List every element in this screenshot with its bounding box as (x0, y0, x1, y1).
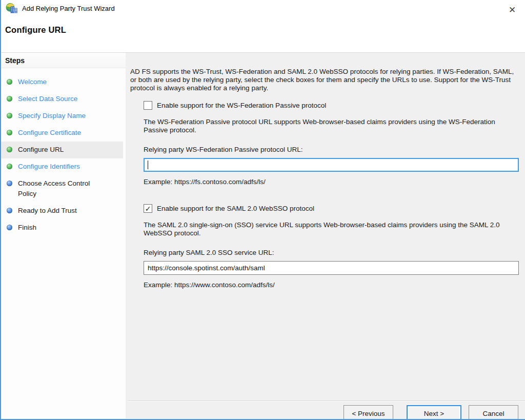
previous-button[interactable]: < Previous (344, 405, 393, 420)
step-done-icon (7, 130, 12, 135)
step-todo-icon (7, 208, 12, 213)
wsfed-url-label: Relying party WS-Federation Passive prot… (144, 146, 519, 153)
wsfed-example-text: Example: https://fs.contoso.com/adfs/ls/ (144, 178, 519, 186)
step-configure-identifiers[interactable]: Configure Identifiers (1, 158, 126, 175)
wizard-window: Add Relying Party Trust Wizard ✕ Configu… (0, 0, 525, 420)
next-button[interactable]: Next > (407, 405, 461, 420)
step-done-icon (7, 113, 12, 118)
saml-url-input-wrap (144, 261, 519, 275)
step-done-icon (7, 147, 12, 152)
text-caret (148, 161, 148, 169)
saml-checkbox[interactable]: ✓ (144, 204, 152, 213)
step-choose-access-control-policy: Choose Access Control Policy (1, 175, 126, 203)
wsfed-checkbox-label[interactable]: Enable support for the WS-Federation Pas… (157, 102, 326, 109)
page-title: Configure URL (1, 16, 525, 35)
step-finish: Finish (1, 219, 126, 236)
title-bar: Add Relying Party Trust Wizard ✕ (1, 0, 525, 16)
step-select-data-source[interactable]: Select Data Source (1, 91, 126, 108)
saml-url-label: Relying party SAML 2.0 SSO service URL: (144, 249, 519, 256)
saml-example-text: Example: https://www.contoso.com/adfs/ls… (144, 281, 519, 289)
saml-url-input[interactable] (144, 261, 519, 275)
close-button[interactable]: ✕ (504, 3, 520, 16)
adfs-app-icon (6, 3, 18, 14)
saml-description: The SAML 2.0 single-sign-on (SSO) servic… (144, 221, 518, 237)
step-done-icon (7, 79, 12, 85)
wsfed-checkbox[interactable] (144, 101, 152, 110)
steps-list: Welcome Select Data Source Specify Displ… (1, 68, 126, 236)
step-done-icon (7, 96, 12, 102)
step-welcome[interactable]: Welcome (1, 74, 126, 91)
footer-separator (128, 401, 525, 402)
cancel-button[interactable]: Cancel (469, 405, 518, 420)
wsfed-description: The WS-Federation Passive protocol URL s… (144, 118, 518, 134)
saml-checkbox-label[interactable]: Enable support for the SAML 2.0 WebSSO p… (157, 205, 314, 212)
check-icon: ✓ (145, 205, 151, 212)
content-pane: AD FS supports the WS-Trust, WS-Federati… (126, 53, 525, 418)
step-specify-display-name[interactable]: Specify Display Name (1, 108, 126, 125)
step-done-icon (7, 164, 12, 169)
footer-buttons: < Previous Next > Cancel (344, 405, 518, 420)
step-configure-url-current: Configure URL (1, 142, 123, 158)
wsfed-checkbox-row[interactable]: Enable support for the WS-Federation Pas… (144, 101, 519, 110)
step-todo-icon (7, 181, 12, 186)
wsfed-url-input[interactable] (144, 158, 519, 172)
wsfed-section: Enable support for the WS-Federation Pas… (144, 101, 519, 186)
saml-checkbox-row[interactable]: ✓ Enable support for the SAML 2.0 WebSSO… (144, 204, 519, 213)
steps-sidebar: Steps Welcome Select Data Source Specify… (1, 53, 126, 418)
close-icon: ✕ (509, 5, 516, 15)
saml-section: ✓ Enable support for the SAML 2.0 WebSSO… (144, 204, 519, 289)
step-configure-certificate[interactable]: Configure Certificate (1, 125, 126, 142)
step-todo-icon (7, 225, 12, 230)
heading-row: Configure URL (1, 16, 525, 53)
intro-text: AD FS supports the WS-Trust, WS-Federati… (130, 68, 519, 92)
steps-header: Steps (1, 53, 126, 68)
step-ready-to-add-trust: Ready to Add Trust (1, 203, 126, 219)
wsfed-url-input-wrap (144, 158, 519, 172)
window-title: Add Relying Party Trust Wizard (22, 5, 115, 12)
